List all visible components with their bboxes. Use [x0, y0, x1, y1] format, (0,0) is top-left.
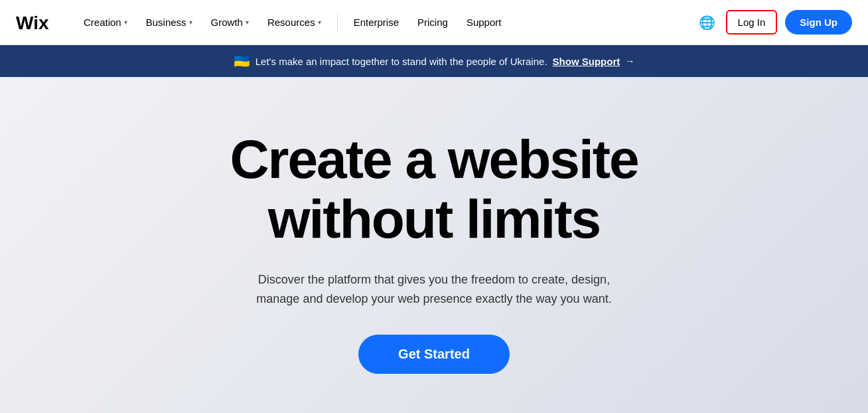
nav-item-support[interactable]: Support: [459, 11, 510, 33]
growth-chevron: ▾: [246, 19, 249, 26]
hero-title-line2: without limits: [268, 189, 600, 249]
nav-item-creation[interactable]: Creation ▾: [76, 11, 135, 33]
signup-button[interactable]: Sign Up: [785, 10, 852, 35]
banner-text: Let's make an impact together to stand w…: [255, 56, 547, 67]
resources-label: Resources: [267, 17, 315, 28]
nav-item-business[interactable]: Business ▾: [138, 11, 200, 33]
hero-title: Create a website without limits: [230, 129, 638, 249]
navbar: Wix Creation ▾ Business ▾ Growth ▾ Resou…: [0, 0, 868, 45]
hero-section: Create a website without limits Discover…: [0, 77, 868, 413]
globe-icon[interactable]: 🌐: [697, 12, 718, 33]
hero-subtitle: Discover the platform that gives you the…: [248, 270, 620, 309]
navbar-right: 🌐 Log In Sign Up: [697, 10, 852, 35]
ukraine-flag: 🇺🇦: [234, 53, 250, 69]
growth-label: Growth: [211, 17, 243, 28]
banner-arrow: →: [625, 56, 634, 66]
creation-chevron: ▾: [124, 19, 127, 26]
business-chevron: ▾: [189, 19, 192, 26]
wix-logo-svg: Wix: [16, 13, 54, 32]
nav-item-enterprise[interactable]: Enterprise: [346, 11, 407, 33]
resources-chevron: ▾: [318, 19, 321, 26]
business-label: Business: [146, 17, 186, 28]
creation-label: Creation: [84, 17, 121, 28]
nav-item-pricing[interactable]: Pricing: [409, 11, 456, 33]
get-started-button[interactable]: Get Started: [358, 335, 510, 374]
nav-item-resources[interactable]: Resources ▾: [259, 11, 329, 33]
svg-text:Wix: Wix: [16, 13, 49, 32]
ukraine-banner: 🇺🇦 Let's make an impact together to stan…: [0, 45, 868, 77]
nav-divider: [337, 13, 338, 32]
nav-item-growth[interactable]: Growth ▾: [203, 11, 257, 33]
hero-subtitle-text: Discover the platform that gives you the…: [256, 273, 611, 305]
logo[interactable]: Wix: [16, 13, 54, 32]
login-button[interactable]: Log In: [726, 10, 778, 35]
show-support-link[interactable]: Show Support: [553, 56, 620, 67]
hero-title-line1: Create a website: [230, 129, 638, 189]
navbar-nav: Creation ▾ Business ▾ Growth ▾ Resources…: [76, 11, 697, 33]
